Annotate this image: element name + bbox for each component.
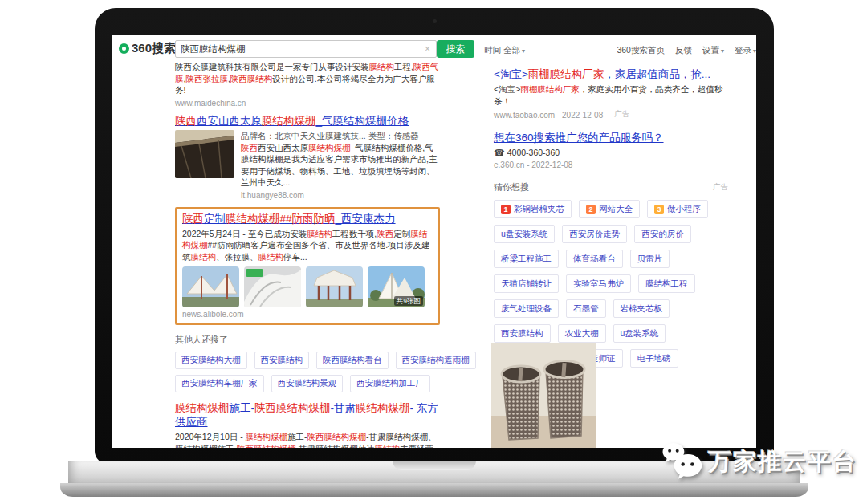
results-column: 陕西众膜建筑科技有限公司是一家专门从事设计安装膜结构工程,陕西气膜,陕西张拉膜,…	[175, 61, 440, 448]
membrane-closeup-photo	[244, 266, 301, 307]
image-count-badge: 共9张图	[394, 296, 423, 306]
ad-result: <淘宝>雨棚膜结构厂家，家居超值商品，抢... <淘宝>雨棚膜结构厂家，家庭实用…	[494, 67, 728, 120]
suggest-hot-tag[interactable]: 1彩钢岩棉夹芯	[494, 200, 572, 218]
search-result: 膜结构煤棚施工-陕西膜结构煤棚-甘肃膜结构煤棚- 东方供应商 2020年12月1…	[175, 401, 440, 448]
webcam-dot	[433, 19, 437, 23]
suggest-section: 猜你想搜 广告 1彩钢岩棉夹芯 2网站大全 3做小程序 u盘安装系统西安房价走势…	[494, 181, 728, 368]
ad-result: 想在360搜索推广您的产品服务吗？ ☎4000-360-360 e.360.cn…	[494, 131, 728, 170]
ad-title-link[interactable]: <淘宝>雨棚膜结构厂家，家居超值商品，抢...	[494, 67, 728, 81]
suggest-hot-tag[interactable]: 2网站大全	[579, 200, 640, 218]
related-search-tag[interactable]: 西安膜结构	[254, 352, 310, 369]
chevron-down-icon: ▾	[721, 47, 724, 55]
ad-url: e.360.cn - 2022-12-08	[494, 160, 728, 170]
related-search-tag[interactable]: 西安膜结构加工厂	[350, 375, 430, 392]
result-image-strip: 共9张图	[182, 266, 433, 307]
suggest-tag[interactable]: 实验室马弗炉	[566, 274, 631, 293]
rank-1-badge: 1	[501, 205, 511, 214]
mesh-filter-tubes-photo	[491, 343, 596, 448]
nav-login-label: 登录	[735, 45, 751, 55]
ad-url: www.taobao.com - 2022-12-08	[494, 110, 603, 120]
suggest-tag[interactable]: 膜结构工程	[638, 274, 695, 293]
product-image[interactable]	[491, 343, 596, 448]
wechat-icon	[660, 440, 705, 485]
laptop-thumb-notch	[393, 461, 476, 470]
result-snippet: 陕西众膜建筑科技有限公司是一家专门从事设计安装膜结构工程,陕西气膜,陕西张拉膜,…	[175, 61, 440, 96]
result-thumbnail[interactable]: 共9张图	[368, 266, 425, 307]
suggest-tag[interactable]: 天猫店铺转让	[494, 274, 559, 293]
rank-3-badge: 3	[654, 205, 664, 214]
related-search-tag[interactable]: 陕西膜结构看台	[316, 352, 389, 369]
result-url: news.alibole.com	[182, 309, 433, 319]
clear-icon[interactable]: ×	[419, 43, 436, 55]
related-tags: 西安膜结构大棚西安膜结构陕西膜结构看台西安膜结构遮雨棚西安膜结构车棚厂家西安膜结…	[175, 352, 440, 392]
search-button[interactable]: 搜索	[437, 40, 474, 58]
laptop-base-bottom	[60, 483, 808, 497]
result-thumbnail[interactable]	[182, 266, 239, 307]
nav-settings-label: 设置	[702, 45, 719, 55]
search-input[interactable]	[176, 44, 419, 54]
watermark-text: 万家推云平台	[708, 446, 857, 478]
search-result: 陕西西安山西太原膜结构煤棚_气膜结构煤棚价格	[175, 114, 440, 201]
result-meta: 品牌名：北京中天久业膜建筑技... 类型：传感器	[241, 130, 440, 141]
result-title-link[interactable]: 陕西西安山西太原膜结构煤棚_气膜结构煤棚价格	[175, 114, 440, 128]
result-title-link[interactable]: 陕西定制膜结构煤棚##防雨防晒_西安康杰力	[182, 212, 433, 226]
suggest-tag[interactable]: 西安膜结构	[494, 324, 551, 343]
result-snippet: 2022年5月24日 - 至今已成功安装膜结构工程数千项,陕西定制膜结构煤棚##…	[182, 228, 433, 263]
highlighted-result-box: 陕西定制膜结构煤棚##防雨防晒_西安康杰力 2022年5月24日 - 至今已成功…	[175, 207, 440, 326]
nav-feedback-link[interactable]: 反馈	[675, 45, 692, 56]
hot-tag-label: 彩钢岩棉夹芯	[514, 204, 564, 215]
related-search-tag[interactable]: 西安膜结构大棚	[175, 352, 247, 369]
related-search-tag[interactable]: 西安膜结构车棚厂家	[175, 375, 264, 392]
suggest-tag[interactable]: u盘装系统	[613, 324, 666, 343]
suggest-tag[interactable]: 农业大棚	[558, 324, 606, 343]
related-search-tag[interactable]: 西安膜结构景观	[271, 375, 344, 392]
hot-tag-label: 做小程序	[667, 204, 701, 215]
nav-login-dropdown[interactable]: 登录▾	[735, 45, 756, 56]
membrane-structure-photo	[182, 266, 239, 307]
time-filter-dropdown[interactable]: 时间 全部▾	[484, 45, 525, 56]
suggest-tag[interactable]: 西安房价走势	[562, 225, 627, 243]
suggest-hot-row: 1彩钢岩棉夹芯 2网站大全 3做小程序	[494, 200, 728, 218]
page: 360搜索 × 搜索 时间 全部▾ 360搜索首页 反馈 设置▾ 登录▾	[0, 0, 867, 504]
time-filter-label: 时间 全部	[484, 45, 520, 55]
suggest-tag[interactable]: 岩棉夹芯板	[613, 299, 670, 318]
hot-tag-label: 网站大全	[599, 204, 633, 215]
result-title-link[interactable]: 膜结构煤棚施工-陕西膜结构煤棚-甘肃膜结构煤棚- 东方供应商	[175, 401, 440, 429]
result-thumbnail[interactable]	[306, 266, 363, 307]
membrane-pavilion-photo	[306, 266, 363, 307]
nav-settings-dropdown[interactable]: 设置▾	[702, 45, 724, 56]
nav-home-link[interactable]: 360搜索首页	[617, 45, 665, 56]
browser-viewport: 360搜索 × 搜索 时间 全部▾ 360搜索首页 反馈 设置▾ 登录▾	[112, 35, 756, 448]
top-nav: 360搜索首页 反馈 设置▾ 登录▾	[617, 45, 756, 56]
coal-shed-photo	[175, 130, 234, 178]
suggest-tag[interactable]: 贝雷片	[630, 250, 670, 268]
result-url: it.huangye88.com	[241, 190, 440, 201]
suggest-tag[interactable]: u盘安装系统	[494, 225, 555, 243]
ad-title-link[interactable]: 想在360搜索推广您的产品服务吗？	[494, 131, 728, 144]
related-search-tag[interactable]: 西安膜结构遮雨棚	[396, 352, 476, 369]
result-url: www.maidechina.cn	[175, 98, 440, 108]
suggest-tag[interactable]: 体育场看台	[566, 250, 623, 268]
ad-label: 广告	[713, 182, 728, 193]
360-search-logo[interactable]: 360搜索	[119, 41, 176, 56]
suggest-tag[interactable]: 废气处理设备	[494, 299, 559, 318]
chevron-down-icon: ▾	[522, 47, 525, 55]
result-thumbnail[interactable]	[244, 266, 301, 307]
ad-snippet: <淘宝>雨棚膜结构厂家，家庭实用小百货，品类齐全，超值秒杀！	[494, 83, 728, 107]
chevron-down-icon: ▾	[753, 47, 756, 55]
watermark: 万家推云平台	[660, 440, 857, 485]
suggest-tag[interactable]: 电子地磅	[630, 349, 678, 368]
suggest-hot-tag[interactable]: 3做小程序	[647, 200, 708, 218]
phone-number: 4000-360-360	[507, 148, 560, 157]
result-thumbnail[interactable]	[175, 130, 234, 178]
sidebar-column: <淘宝>雨棚膜结构厂家，家居超值商品，抢... <淘宝>雨棚膜结构厂家，家庭实用…	[494, 67, 728, 368]
related-searches: 其他人还搜了 西安膜结构大棚西安膜结构陕西膜结构看台西安膜结构遮雨棚西安膜结构车…	[175, 334, 440, 392]
suggest-tag[interactable]: 西安的房价	[634, 225, 691, 243]
search-header: 360搜索 × 搜索 时间 全部▾ 360搜索首页 反馈 设置▾ 登录▾	[112, 35, 756, 61]
phone-icon: ☎	[494, 148, 505, 157]
rank-2-badge: 2	[586, 205, 596, 214]
result-snippet: 陕西西安山西太原膜结构煤棚_气膜结构煤棚价格,气膜结构煤棚是我为适应客户需求市场…	[241, 142, 440, 189]
suggest-tag[interactable]: 桥梁工程施工	[494, 250, 559, 268]
suggest-label: 猜你想搜	[494, 181, 529, 193]
suggest-tag[interactable]: 石墨管	[566, 299, 606, 318]
